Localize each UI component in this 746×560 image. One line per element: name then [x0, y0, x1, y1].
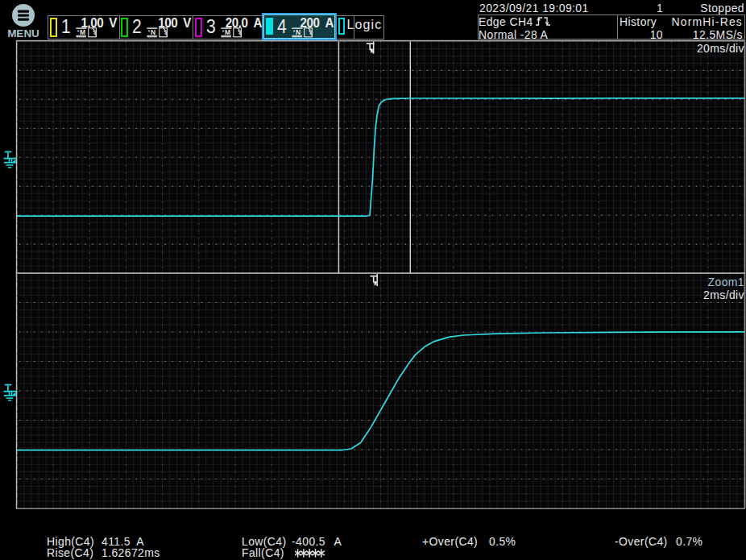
svg-text:M: M: [225, 28, 230, 36]
svg-text:N: N: [151, 28, 155, 36]
svg-text:M: M: [80, 28, 85, 36]
svg-text:MENU: MENU: [7, 27, 39, 39]
svg-text:N: N: [296, 28, 300, 36]
